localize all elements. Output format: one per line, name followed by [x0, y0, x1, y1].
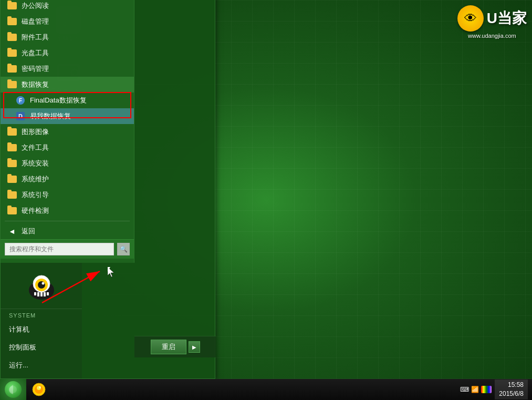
start-menu-left-panel: ↺ 刷新SHEL 🔧 我的工具箱 资源管理器 GHOST32 WIM工具 — [1, 0, 134, 263]
tools-folder-icon — [7, 32, 17, 43]
svg-text:D: D — [18, 113, 23, 119]
svg-rect-31 — [34, 292, 36, 295]
menu-item-finaldata[interactable]: F FinalData数据恢复 — [1, 93, 134, 108]
display-tray-icon[interactable] — [481, 386, 492, 393]
system-tray: ⌨ 📶 — [460, 385, 492, 394]
system-label: SYSTEM — [1, 309, 82, 321]
taskbar-tool-icon[interactable] — [30, 381, 47, 398]
menu-item-office[interactable]: 办公阅读 — [1, 0, 134, 14]
restart-button[interactable]: 重启 — [151, 340, 186, 354]
menu-item-hardware[interactable]: 硬件检测 — [1, 203, 134, 219]
svg-text:F: F — [19, 98, 22, 104]
udangjia-logo: 👁 U当家 www.udangjia.com — [457, 5, 527, 39]
right-menu-control-panel[interactable]: 控制面板 — [1, 339, 82, 356]
right-menu-run[interactable]: 运行... — [1, 356, 82, 374]
optical-folder-icon — [7, 48, 17, 58]
menu-item-easyrecovery[interactable]: D 易我数据恢复 — [1, 108, 134, 124]
desktop: 计算机 理顺盘符 理顺盘符 回收站 — [0, 0, 532, 400]
menu-item-file-tools[interactable]: 文件工具 — [1, 140, 134, 156]
menu-item-sys-maintain[interactable]: 系统维护 — [1, 171, 134, 187]
start-menu-right-panel: SYSTEM 计算机 控制面板 运行... 重启 ▶ — [1, 263, 82, 378]
menu-item-optical[interactable]: 光盘工具 — [1, 45, 134, 61]
finaldata-icon: F — [15, 95, 26, 106]
svg-point-30 — [41, 282, 44, 284]
start-menu: ↺ 刷新SHEL 🔧 我的工具箱 资源管理器 GHOST32 WIM工具 — [0, 0, 215, 379]
right-menu-computer[interactable]: 计算机 — [1, 321, 82, 339]
search-button[interactable]: 🔍 — [117, 243, 130, 255]
sys-maintain-folder-icon — [7, 174, 17, 184]
hardware-folder-icon — [7, 206, 17, 216]
menu-item-tools[interactable]: 附件工具 — [1, 29, 134, 45]
start-button[interactable] — [0, 379, 26, 400]
keyboard-tray-icon[interactable]: ⌨ — [460, 385, 468, 394]
menu-divider — [5, 221, 130, 221]
menu-item-sys-install[interactable]: 系统安装 — [1, 156, 134, 171]
restart-section: 重启 ▶ — [134, 336, 216, 357]
network-tray-icon[interactable]: 📶 — [471, 385, 479, 394]
file-tools-folder-icon — [7, 142, 17, 153]
udangjia-eye-icon: 👁 — [457, 5, 484, 32]
svg-rect-35 — [47, 292, 49, 295]
clock-time: 15:58 — [499, 381, 524, 389]
easyrecovery-icon: D — [15, 111, 26, 121]
udangjia-title: U当家 — [487, 8, 527, 28]
udangjia-url: www.udangjia.com — [468, 33, 516, 39]
menu-monster-area — [1, 267, 82, 309]
svg-point-39 — [9, 386, 17, 393]
svg-rect-34 — [44, 292, 46, 296]
password-folder-icon — [7, 64, 17, 74]
menu-item-disk[interactable]: 磁盘管理 — [1, 14, 134, 29]
image-folder-icon — [7, 127, 17, 137]
disk-folder-icon — [7, 16, 17, 27]
menu-item-image[interactable]: 图形图像 — [1, 124, 134, 140]
taskbar-quick-launch — [26, 381, 51, 398]
search-input[interactable] — [5, 243, 114, 255]
taskbar-right-area: ⌨ 📶 15:58 2015/6/8 — [460, 380, 532, 399]
sys-install-folder-icon — [7, 158, 17, 169]
office-folder-icon — [7, 1, 17, 11]
menu-item-data-recovery[interactable]: 数据恢复 — [1, 77, 134, 93]
menu-item-back[interactable]: ◄ 返回 — [1, 223, 134, 239]
search-bar: 🔍 — [1, 239, 134, 259]
start-orb-icon — [5, 381, 22, 398]
data-recovery-folder-icon — [7, 79, 17, 90]
clock-date: 2015/6/8 — [499, 389, 524, 398]
sys-boot-folder-icon — [7, 190, 17, 200]
svg-rect-32 — [37, 292, 39, 296]
restart-arrow-button[interactable]: ▶ — [189, 341, 200, 353]
svg-point-29 — [38, 281, 45, 289]
menu-item-sys-boot[interactable]: 系统引导 — [1, 187, 134, 203]
back-arrow-icon: ◄ — [7, 226, 17, 237]
svg-point-43 — [39, 386, 41, 388]
svg-rect-33 — [40, 292, 43, 296]
system-clock[interactable]: 15:58 2015/6/8 — [495, 380, 528, 399]
taskbar: ⌨ 📶 15:58 2015/6/8 — [0, 379, 532, 400]
menu-item-password[interactable]: 密码管理 — [1, 61, 134, 77]
